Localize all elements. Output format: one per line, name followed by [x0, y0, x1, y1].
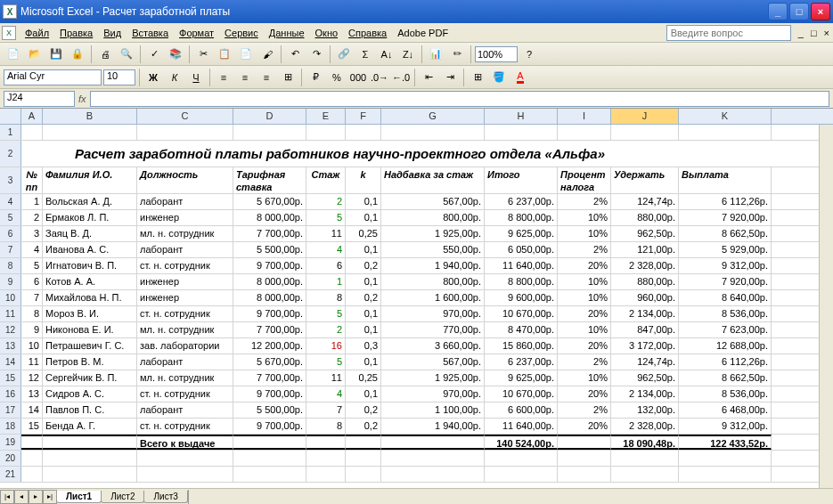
cell[interactable]: инженер [137, 210, 233, 225]
cell[interactable] [485, 451, 558, 466]
menu-tools[interactable]: Сервис [219, 26, 264, 40]
cell[interactable] [381, 125, 485, 140]
cell[interactable]: 9 600,00р. [485, 290, 558, 305]
cell[interactable]: 770,00р. [381, 322, 485, 337]
row[interactable]: 129Никонова Е. И.мл. н. сотрудник7 700,0… [0, 322, 833, 338]
cell[interactable]: лаборант [137, 354, 233, 370]
col-header[interactable]: I [558, 109, 611, 124]
minimize-button[interactable]: _ [768, 3, 788, 20]
cell[interactable]: 6 [21, 274, 43, 289]
cell[interactable]: 8 [21, 306, 43, 321]
cell[interactable]: 8 536,00р. [679, 386, 772, 402]
col-header[interactable]: H [485, 109, 558, 124]
row-header[interactable]: 7 [0, 242, 21, 257]
row-header[interactable]: 16 [0, 386, 21, 402]
font-color-button[interactable]: A [510, 68, 530, 87]
cell[interactable]: 0,25 [346, 226, 381, 241]
cell[interactable] [679, 467, 772, 482]
cell[interactable]: 8 [306, 419, 346, 434]
cell[interactable]: 1 925,00р. [381, 226, 485, 241]
cell[interactable]: Петров В. М. [43, 354, 137, 370]
cell[interactable]: 124,74р. [611, 194, 679, 209]
cell[interactable]: 9 625,00р. [485, 226, 558, 241]
print-button[interactable]: 🖨 [95, 45, 115, 64]
row[interactable]: 1310Петрашевич Г. С.зав. лаборатории12 2… [0, 338, 833, 354]
cell[interactable]: 1 940,00р. [381, 258, 485, 273]
cell[interactable]: 10% [558, 274, 611, 289]
cell[interactable]: 800,00р. [381, 210, 485, 225]
cell[interactable] [485, 125, 558, 140]
cell[interactable]: 6 237,00р. [485, 354, 558, 370]
cell[interactable]: 10% [558, 210, 611, 225]
row[interactable]: 118Мороз В. И.ст. н. сотрудник9 700,00р.… [0, 306, 833, 322]
increase-indent-button[interactable]: ⇥ [440, 68, 460, 87]
cell[interactable]: 9 700,00р. [233, 258, 306, 273]
cell[interactable] [346, 451, 381, 466]
new-button[interactable]: 📄 [4, 45, 23, 64]
save-button[interactable]: 💾 [46, 45, 66, 64]
cell[interactable]: 8 000,00р. [233, 274, 306, 289]
spellcheck-button[interactable]: ✓ [144, 45, 164, 64]
cell[interactable]: 10 [21, 338, 43, 354]
cell[interactable] [558, 451, 611, 466]
cell[interactable] [233, 467, 306, 482]
cell[interactable]: 5 670,00р. [233, 354, 306, 370]
cell[interactable] [21, 467, 43, 482]
cell[interactable]: Павлов П. С. [43, 402, 137, 418]
italic-button[interactable]: К [165, 68, 184, 87]
cell[interactable]: 9 312,00р. [679, 258, 772, 273]
cell[interactable]: Мороз В. И. [43, 306, 137, 321]
cell[interactable] [43, 125, 137, 140]
cell[interactable]: 2 [306, 322, 346, 337]
currency-button[interactable]: ₽ [306, 68, 325, 87]
cell[interactable]: 800,00р. [381, 274, 485, 289]
cell[interactable]: инженер [137, 290, 233, 305]
cell[interactable]: Надбавка за стаж [381, 167, 485, 193]
sheet-tab-3[interactable]: Лист3 [143, 491, 187, 503]
cell[interactable]: 6 600,00р. [485, 402, 558, 418]
cell[interactable]: 9 700,00р. [233, 386, 306, 402]
cell[interactable]: 5 929,00р. [679, 242, 772, 257]
cell[interactable]: 11 [21, 354, 43, 370]
cell[interactable] [381, 467, 485, 482]
cell[interactable]: 9 700,00р. [233, 419, 306, 434]
row[interactable]: 1411Петров В. М.лаборант5 670,00р.50,156… [0, 354, 833, 370]
sort-desc-button[interactable]: Z↓ [398, 45, 418, 64]
cell[interactable]: 1 [21, 194, 43, 209]
cell[interactable]: 7 700,00р. [233, 322, 306, 337]
open-button[interactable]: 📂 [25, 45, 45, 64]
cell[interactable]: Ермаков Л. П. [43, 210, 137, 225]
row-header[interactable]: 20 [0, 451, 21, 466]
row-header[interactable]: 19 [0, 435, 21, 450]
cell[interactable]: Процент налога [558, 167, 611, 193]
row-header[interactable]: 2 [0, 141, 21, 167]
comma-button[interactable]: 000 [348, 68, 368, 87]
cell[interactable]: мл. н. сотрудник [137, 322, 233, 337]
cell[interactable]: Михайлова Н. П. [43, 290, 137, 305]
col-header[interactable]: K [679, 109, 772, 124]
cell[interactable]: 11 [306, 370, 346, 386]
row[interactable]: 52Ермаков Л. П.инженер8 000,00р.50,1800,… [0, 210, 833, 226]
horizontal-scrollbar[interactable] [188, 490, 833, 504]
menu-adobe[interactable]: Adobe PDF [392, 26, 453, 40]
tab-last-button[interactable]: ▸| [43, 490, 57, 504]
cell[interactable]: 5 500,00р. [233, 402, 306, 418]
bold-button[interactable]: Ж [143, 68, 163, 87]
cell[interactable]: 8 [306, 290, 346, 305]
cell[interactable] [485, 467, 558, 482]
cell[interactable]: 20% [558, 338, 611, 354]
cell[interactable]: 0,1 [346, 354, 381, 370]
font-select[interactable]: Arial Cyr [4, 69, 102, 85]
cell[interactable]: 8 000,00р. [233, 290, 306, 305]
cell[interactable]: 0,2 [346, 290, 381, 305]
cell[interactable] [611, 125, 679, 140]
help-button[interactable]: ? [519, 45, 539, 64]
cell[interactable]: 567,00р. [381, 194, 485, 209]
cell[interactable]: 0,1 [346, 322, 381, 337]
cell[interactable]: 7 700,00р. [233, 370, 306, 386]
row[interactable]: 107Михайлова Н. П.инженер8 000,00р.80,21… [0, 290, 833, 306]
col-header[interactable]: F [346, 109, 381, 124]
cell[interactable]: 6 112,26р. [679, 194, 772, 209]
decrease-decimal-button[interactable]: ←.0 [391, 68, 411, 87]
align-left-button[interactable]: ≡ [214, 68, 233, 87]
